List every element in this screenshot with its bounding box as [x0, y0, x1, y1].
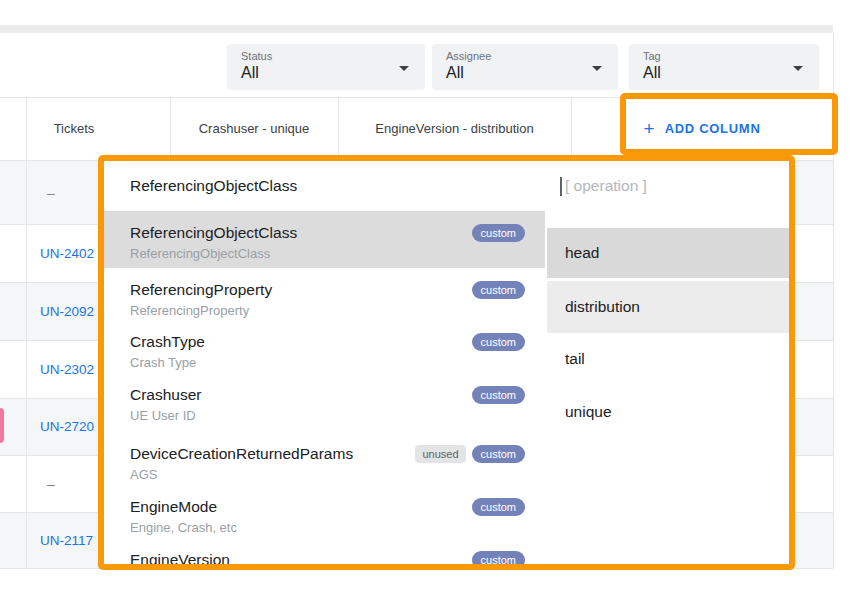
chevron-down-icon [793, 66, 803, 71]
ticket-link[interactable]: UN-2117 [40, 533, 93, 548]
ticket-link[interactable]: UN-2092 [40, 304, 94, 319]
filter-label: Assignee [446, 50, 491, 62]
empty-value-dash: – [47, 185, 55, 201]
column-header-engineversion[interactable]: EngineVersion - distribution [338, 97, 571, 160]
filter-status-dropdown[interactable]: Status All [227, 44, 425, 90]
filter-label: Status [241, 50, 272, 62]
filter-label: Tag [643, 50, 661, 62]
row-flag-indicator [0, 408, 4, 443]
chevron-down-icon [592, 66, 602, 71]
filter-value: All [446, 64, 464, 82]
highlight-annotation-popup [98, 155, 795, 570]
filter-value: All [241, 64, 259, 82]
page-background-band [0, 25, 833, 33]
filter-assignee-dropdown[interactable]: Assignee All [432, 44, 618, 90]
empty-value-dash: – [47, 476, 55, 492]
filter-value: All [643, 64, 661, 82]
grid-line [26, 97, 27, 568]
crash-dashboard-screen: Status All Assignee All Tag All Tickets … [0, 0, 860, 596]
highlight-annotation-add-column [620, 93, 838, 155]
chevron-down-icon [399, 66, 409, 71]
ticket-link[interactable]: UN-2302 [40, 362, 94, 377]
column-header-crashuser[interactable]: Crashuser - unique [170, 97, 338, 160]
ticket-link[interactable]: UN-2402 [40, 246, 94, 261]
ticket-link[interactable]: UN-2720 [40, 419, 94, 434]
filter-tag-dropdown[interactable]: Tag All [629, 44, 819, 90]
column-header-tickets[interactable]: Tickets [26, 97, 122, 160]
